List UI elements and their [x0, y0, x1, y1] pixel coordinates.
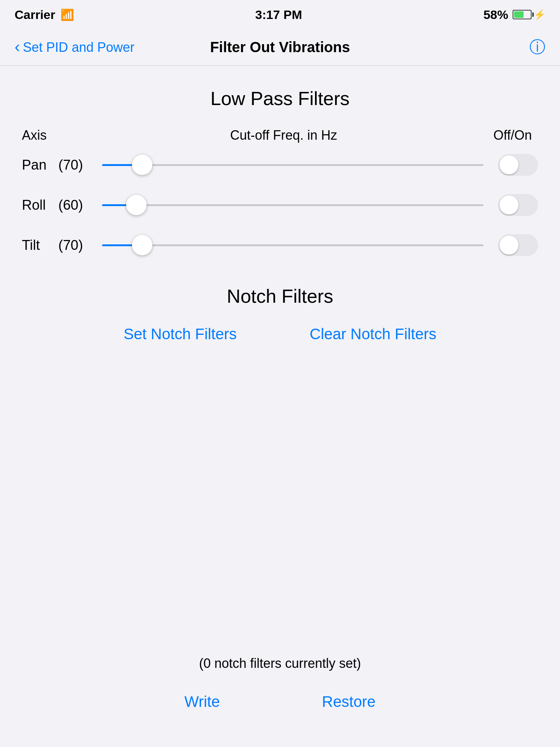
roll-row: Roll (60) [22, 194, 538, 216]
info-button[interactable]: ⓘ [529, 36, 545, 58]
notch-title: Notch Filters [22, 285, 538, 307]
bolt-icon: ⚡ [534, 9, 545, 20]
pan-value: (70) [58, 157, 95, 173]
restore-button[interactable]: Restore [322, 693, 376, 711]
bottom-buttons-container: Write Restore [0, 693, 560, 711]
roll-value: (60) [58, 197, 95, 213]
battery-percent: 58% [483, 8, 508, 22]
back-button[interactable]: ‹ Set PID and Power [15, 40, 135, 55]
tilt-row: Tilt (70) [22, 234, 538, 256]
tilt-slider-container [102, 234, 483, 256]
carrier-label: Carrier [15, 8, 55, 22]
tilt-slider-track [102, 244, 483, 246]
wifi-icon: 📶 [61, 8, 74, 21]
axis-header: Axis [22, 128, 80, 143]
pan-toggle[interactable] [498, 154, 538, 176]
pan-slider-thumb[interactable] [132, 155, 152, 175]
status-right: 58% ⚡ [483, 8, 545, 22]
tilt-value: (70) [58, 237, 95, 253]
roll-toggle[interactable] [498, 194, 538, 216]
pan-slider-container [102, 154, 483, 176]
notch-buttons-container: Set Notch Filters Clear Notch Filters [22, 325, 538, 343]
battery-fill [514, 11, 524, 18]
battery-icon [513, 10, 532, 19]
low-pass-filters-section: Low Pass Filters Axis Cut-off Freq. in H… [22, 88, 538, 256]
battery-container: ⚡ [513, 9, 545, 20]
filter-header: Axis Cut-off Freq. in Hz Off/On [22, 128, 538, 143]
back-label: Set PID and Power [23, 40, 135, 55]
roll-axis-label: Roll [22, 197, 58, 213]
tilt-toggle-thumb [499, 236, 518, 255]
notch-status: (0 notch filters currently set) [0, 656, 560, 671]
toggle-header: Off/On [487, 128, 538, 143]
page-title: Filter Out Vibrations [210, 39, 350, 55]
set-notch-filters-button[interactable]: Set Notch Filters [124, 325, 237, 343]
clear-notch-filters-button[interactable]: Clear Notch Filters [310, 325, 436, 343]
pan-axis-label: Pan [22, 157, 58, 173]
chevron-left-icon: ‹ [15, 39, 20, 55]
roll-slider-thumb[interactable] [126, 195, 147, 215]
main-content: Low Pass Filters Axis Cut-off Freq. in H… [0, 66, 560, 379]
roll-toggle-thumb [499, 196, 518, 214]
tilt-axis-label: Tilt [22, 237, 58, 253]
roll-slider-track [102, 204, 483, 206]
pan-row: Pan (70) [22, 154, 538, 176]
bottom-section: (0 notch filters currently set) Write Re… [0, 656, 560, 711]
pan-toggle-thumb [499, 155, 518, 174]
info-icon: ⓘ [529, 38, 545, 56]
roll-slider-container [102, 194, 483, 216]
notch-filters-section: Notch Filters Set Notch Filters Clear No… [22, 285, 538, 343]
tilt-toggle[interactable] [498, 234, 538, 256]
nav-bar: ‹ Set PID and Power Filter Out Vibration… [0, 29, 560, 66]
status-time: 3:17 PM [255, 8, 302, 22]
freq-header: Cut-off Freq. in Hz [80, 128, 487, 143]
pan-slider-track [102, 164, 483, 166]
tilt-slider-thumb[interactable] [132, 235, 152, 255]
status-bar: Carrier 📶 3:17 PM 58% ⚡ [0, 0, 560, 29]
status-left: Carrier 📶 [15, 8, 74, 22]
write-button[interactable]: Write [184, 693, 220, 711]
low-pass-title: Low Pass Filters [22, 88, 538, 109]
